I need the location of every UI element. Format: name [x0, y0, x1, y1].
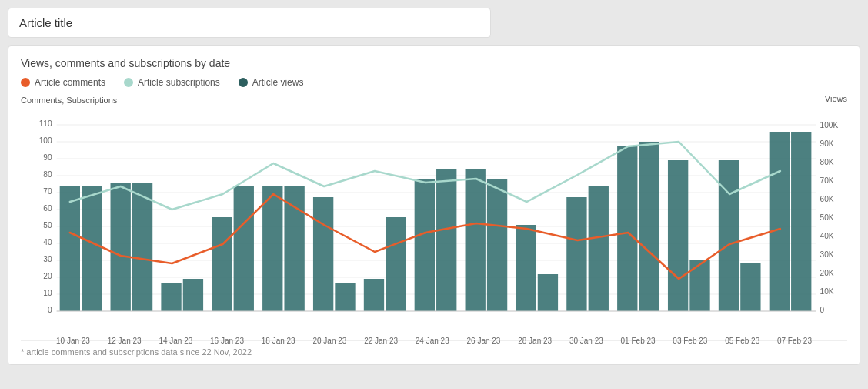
svg-text:20K: 20K: [820, 269, 834, 277]
chart-title: Views, comments and subscriptions by dat…: [21, 57, 847, 69]
svg-text:0: 0: [48, 306, 52, 314]
x-label-14: 07 Feb 23: [777, 337, 812, 345]
x-label-8: 26 Jan 23: [467, 337, 501, 345]
svg-rect-43: [262, 186, 282, 311]
legend-dot-comments: [21, 78, 30, 87]
x-label-2: 14 Jan 23: [159, 337, 192, 345]
x-label-12: 03 Feb 23: [673, 337, 707, 345]
svg-text:70: 70: [43, 187, 52, 196]
legend-item-comments: Article comments: [21, 77, 105, 88]
svg-text:60K: 60K: [820, 195, 834, 203]
x-label-9: 28 Jan 23: [518, 337, 552, 345]
svg-rect-50: [436, 169, 456, 311]
x-label-4: 18 Jan 23: [262, 337, 295, 345]
legend-dot-views: [239, 78, 248, 87]
chart-area-wrapper: Comments, Subscriptions Views 0 10: [21, 94, 847, 333]
svg-rect-42: [234, 186, 254, 311]
x-axis-labels: 10 Jan 23 12 Jan 23 14 Jan 23 16 Jan 23 …: [21, 335, 847, 345]
x-label-3: 16 Jan 23: [210, 337, 244, 345]
svg-rect-60: [689, 260, 709, 311]
svg-text:0: 0: [820, 306, 825, 314]
legend-label-comments: Article comments: [35, 77, 105, 88]
x-label-5: 20 Jan 23: [312, 337, 346, 345]
x-label-1: 12 Jan 23: [108, 337, 142, 345]
svg-text:40K: 40K: [820, 232, 834, 240]
svg-text:80K: 80K: [820, 158, 834, 166]
svg-rect-37: [111, 183, 131, 311]
chart-container: Views, comments and subscriptions by dat…: [8, 45, 860, 365]
svg-text:100: 100: [39, 136, 52, 145]
svg-rect-41: [212, 217, 232, 311]
svg-rect-35: [60, 186, 80, 311]
svg-rect-51: [466, 169, 486, 311]
svg-rect-57: [617, 146, 637, 311]
svg-text:10: 10: [43, 289, 52, 297]
svg-rect-52: [487, 179, 507, 311]
x-label-13: 05 Feb 23: [725, 337, 760, 345]
chart-svg-area: 0 10 20 30 40 50 60 70 80 90 100 110 0 1…: [21, 109, 847, 333]
legend-dot-subscriptions: [124, 78, 133, 87]
y-axis-left-label: Comments, Subscriptions: [21, 96, 117, 105]
svg-text:100K: 100K: [820, 121, 839, 129]
svg-text:30K: 30K: [820, 250, 834, 259]
x-label-6: 22 Jan 23: [364, 337, 398, 345]
svg-text:50: 50: [43, 221, 52, 230]
svg-rect-62: [740, 263, 760, 311]
svg-text:110: 110: [39, 119, 52, 128]
x-label-11: 01 Feb 23: [621, 337, 656, 345]
svg-rect-63: [770, 132, 790, 311]
legend-item-subscriptions: Article subscriptions: [124, 77, 220, 88]
legend-item-views: Article views: [239, 77, 304, 88]
svg-text:60: 60: [43, 204, 52, 213]
svg-rect-64: [791, 132, 811, 311]
svg-rect-40: [183, 279, 203, 311]
svg-rect-38: [132, 183, 152, 311]
svg-text:50K: 50K: [820, 213, 834, 222]
svg-rect-55: [566, 197, 586, 311]
svg-text:30: 30: [43, 255, 52, 263]
svg-rect-44: [284, 186, 304, 311]
x-label-10: 30 Jan 23: [569, 337, 603, 345]
svg-text:20: 20: [43, 272, 52, 280]
svg-rect-61: [719, 160, 739, 311]
svg-rect-47: [364, 279, 384, 311]
y-axis-right-label: Views: [825, 94, 847, 103]
svg-rect-54: [538, 274, 558, 311]
svg-rect-48: [386, 217, 406, 311]
article-title: Article title: [19, 16, 72, 29]
x-label-7: 24 Jan 23: [416, 337, 449, 345]
svg-rect-45: [313, 197, 333, 311]
svg-text:90: 90: [43, 153, 52, 162]
legend-label-subscriptions: Article subscriptions: [138, 77, 220, 88]
legend: Article comments Article subscriptions A…: [21, 77, 847, 88]
legend-label-views: Article views: [252, 77, 304, 88]
svg-rect-56: [589, 186, 609, 311]
svg-rect-39: [161, 283, 181, 311]
svg-text:80: 80: [43, 170, 52, 179]
svg-text:90K: 90K: [820, 139, 834, 148]
svg-rect-49: [415, 179, 435, 311]
svg-text:10K: 10K: [820, 287, 834, 296]
svg-text:40: 40: [43, 238, 52, 246]
title-bar: Article title: [8, 8, 491, 38]
svg-rect-58: [639, 142, 659, 311]
x-label-0: 10 Jan 23: [56, 337, 90, 345]
svg-text:70K: 70K: [820, 176, 834, 185]
svg-rect-53: [516, 225, 536, 311]
svg-rect-36: [82, 186, 102, 311]
svg-rect-59: [668, 160, 688, 311]
svg-rect-46: [335, 283, 355, 311]
